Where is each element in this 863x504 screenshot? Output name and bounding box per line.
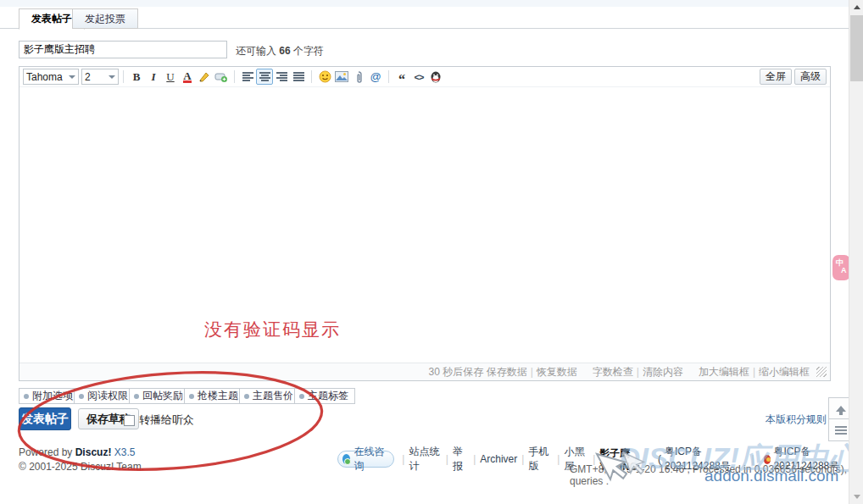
qq-button[interactable] bbox=[427, 69, 444, 85]
qq-penguin-icon bbox=[430, 70, 442, 83]
scroll-down-arrow[interactable] bbox=[849, 490, 863, 504]
chevron-down-icon bbox=[109, 75, 115, 79]
link-icon bbox=[214, 71, 228, 83]
bullet-icon bbox=[189, 394, 194, 399]
enlarge-editor-link[interactable]: 加大编辑框 bbox=[699, 365, 749, 379]
align-right-button[interactable] bbox=[273, 69, 290, 85]
powered-prefix: Powered by bbox=[19, 446, 75, 458]
status-separator: | bbox=[637, 366, 639, 378]
translate-badge[interactable]: 中 A bbox=[832, 255, 850, 280]
advanced-mode-button[interactable]: 高级 bbox=[794, 69, 827, 85]
smiley-icon bbox=[319, 70, 331, 83]
option-extra[interactable]: 附加选项 bbox=[19, 388, 80, 404]
mobile-version-link[interactable]: 手机版 bbox=[528, 445, 553, 474]
bullet-icon bbox=[244, 394, 249, 399]
bullet-icon bbox=[299, 394, 304, 399]
image-button[interactable] bbox=[333, 69, 350, 85]
align-center-icon bbox=[259, 71, 270, 82]
at-icon: @ bbox=[370, 70, 381, 83]
list-icon bbox=[835, 424, 847, 436]
powered-by: Powered by Discuz! X3.5 bbox=[19, 446, 135, 458]
restore-data-link[interactable]: 恢复数据 bbox=[537, 365, 577, 379]
scrollbar-thumb[interactable] bbox=[850, 15, 863, 81]
footer-separator: | bbox=[521, 453, 524, 465]
tab-new-thread-label: 发表帖子 bbox=[31, 13, 72, 25]
editor-toolbar: Tahoma 2 B I U A bbox=[19, 67, 830, 87]
brush-button[interactable] bbox=[196, 69, 213, 85]
clear-content-link[interactable]: 清除内容 bbox=[643, 365, 683, 379]
discuz-brand-link[interactable]: Discuz! bbox=[75, 446, 112, 458]
top-strip bbox=[0, 0, 863, 7]
vertical-scrollbar[interactable] bbox=[849, 0, 863, 504]
mention-button[interactable]: @ bbox=[367, 69, 384, 85]
option-label: 主题售价 bbox=[253, 389, 293, 403]
smiley-button[interactable] bbox=[316, 69, 333, 85]
archiver-link[interactable]: Archiver bbox=[480, 453, 517, 465]
quote-icon: “ bbox=[398, 71, 405, 83]
toolbar-separator bbox=[234, 70, 235, 83]
site-stats-link[interactable]: 站点统计 bbox=[409, 445, 441, 474]
font-family-select[interactable]: Tahoma bbox=[23, 69, 79, 85]
report-link[interactable]: 举报 bbox=[453, 445, 469, 474]
footer-separator: | bbox=[557, 453, 560, 465]
option-label: 抢楼主题 bbox=[198, 389, 238, 403]
discuz-version-link[interactable]: X3.5 bbox=[111, 446, 135, 458]
option-thread-tags[interactable]: 主题标签 bbox=[294, 388, 355, 404]
online-consult-button[interactable]: 在线咨询 bbox=[337, 451, 394, 468]
align-center-button[interactable] bbox=[256, 69, 273, 85]
online-consult-icon bbox=[342, 454, 350, 464]
option-label: 主题标签 bbox=[308, 389, 348, 403]
resize-grip[interactable] bbox=[816, 367, 827, 377]
submit-post-button[interactable]: 发表帖子 bbox=[19, 407, 71, 430]
option-thread-price[interactable]: 主题售价 bbox=[239, 388, 300, 404]
toolbar-separator bbox=[123, 70, 124, 83]
italic-button[interactable]: I bbox=[145, 69, 162, 85]
align-left-icon bbox=[242, 71, 253, 82]
footer-separator: | bbox=[473, 453, 476, 465]
hint-count: 66 bbox=[279, 45, 290, 57]
font-color-button[interactable]: A bbox=[179, 69, 196, 85]
quote-button[interactable]: “ bbox=[393, 69, 410, 85]
broadcast-option[interactable]: 转播给听众 bbox=[124, 413, 194, 428]
underline-icon: U bbox=[166, 70, 174, 84]
bold-button[interactable]: B bbox=[128, 69, 145, 85]
shrink-editor-link[interactable]: 缩小编辑框 bbox=[759, 365, 810, 379]
broadcast-label: 转播给听众 bbox=[139, 413, 194, 428]
save-data-link[interactable]: 保存数据 bbox=[487, 365, 527, 379]
broadcast-checkbox[interactable] bbox=[124, 415, 135, 426]
font-family-value: Tahoma bbox=[26, 71, 63, 83]
scroll-up-arrow[interactable] bbox=[849, 0, 863, 14]
option-label: 附加选项 bbox=[32, 389, 73, 403]
align-right-icon bbox=[276, 71, 287, 82]
align-left-button[interactable] bbox=[239, 69, 256, 85]
online-consult-label: 在线咨询 bbox=[354, 445, 386, 474]
autosave-countdown: 30 秒后保存 bbox=[429, 365, 484, 379]
status-separator: | bbox=[753, 366, 755, 378]
no-captcha-annotation: 没有验证码显示 bbox=[204, 318, 341, 341]
italic-icon: I bbox=[151, 70, 155, 84]
tab-new-poll[interactable]: 发起投票 bbox=[72, 8, 138, 29]
option-reply-reward[interactable]: 回帖奖励 bbox=[129, 388, 190, 404]
option-read-permission[interactable]: 阅读权限 bbox=[74, 388, 135, 404]
up-arrow-icon bbox=[836, 406, 846, 412]
brush-icon bbox=[198, 70, 211, 83]
align-justify-icon bbox=[293, 71, 304, 82]
image-icon bbox=[335, 71, 348, 82]
attachment-button[interactable] bbox=[350, 69, 367, 85]
align-justify-button[interactable] bbox=[290, 69, 307, 85]
footer-separator: | bbox=[446, 453, 448, 465]
toolbar-separator bbox=[311, 70, 312, 83]
word-count-link[interactable]: 字数检查 bbox=[593, 365, 633, 379]
underline-button[interactable]: U bbox=[162, 69, 179, 85]
hint-prefix: 还可输入 bbox=[236, 45, 279, 57]
hint-suffix: 个字符 bbox=[291, 45, 324, 57]
thread-title-input[interactable] bbox=[19, 41, 227, 58]
link-button[interactable] bbox=[213, 69, 230, 85]
code-button[interactable]: <> bbox=[410, 69, 427, 85]
font-size-select[interactable]: 2 bbox=[81, 69, 119, 85]
forum-rules-link[interactable]: 本版积分规则 bbox=[766, 413, 827, 427]
option-floor-grab[interactable]: 抢楼主题 bbox=[184, 388, 245, 404]
footer-separator: | bbox=[402, 453, 404, 465]
title-chars-remaining: 还可输入 66 个字符 bbox=[236, 44, 324, 58]
fullscreen-button[interactable]: 全屏 bbox=[760, 69, 792, 85]
